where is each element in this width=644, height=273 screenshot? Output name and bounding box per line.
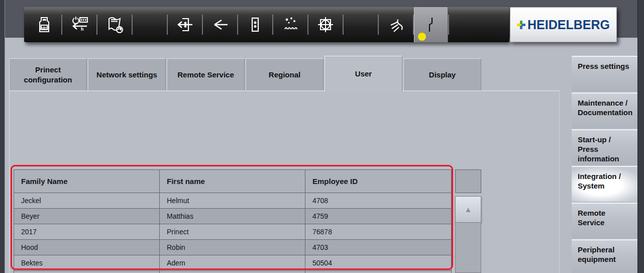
toolbar-separator (448, 15, 449, 35)
cell-employee-id: 76878 (305, 224, 451, 240)
window-left-edge (0, 0, 5, 273)
column-header-employee-id: Employee ID (305, 170, 451, 193)
tab-prinect-configuration[interactable]: Prinect configuration (9, 58, 87, 90)
ink-fountain-abc-icon: ABC (35, 15, 54, 34)
column-header-first-name: First name (160, 170, 305, 193)
table-row[interactable]: Jeckel Helmut 4708 (14, 193, 451, 209)
window-right-edge (637, 0, 644, 273)
table-row[interactable]: 2017 Prinect 76878 (14, 224, 451, 240)
cell-family-name: 2017 (14, 224, 160, 240)
column-header-family-name: Family Name (14, 170, 160, 193)
cell-employee-id: 50504 (305, 255, 451, 271)
cell-employee-id: 4759 (305, 209, 451, 224)
main-toolbar: ABC h (24, 7, 509, 42)
cell-employee-id: 4703 (305, 240, 451, 255)
washup-spray-button[interactable] (379, 7, 413, 42)
job-sheet-time-icon (105, 15, 124, 34)
table-row[interactable]: Hood Robin 4703 (14, 240, 451, 255)
tab-network-settings[interactable]: Network settings (88, 58, 166, 90)
cell-first-name: Prinect (160, 224, 305, 240)
sheet-infeed-button[interactable] (168, 7, 202, 42)
sheet-guide-icon (246, 15, 265, 34)
sidebar-item-maintenance[interactable]: Maintenance / Documentation (572, 93, 637, 128)
impression-switch-icon (421, 15, 441, 34)
cell-first-name: Robin (160, 240, 305, 255)
toolbar-empty-slot (133, 7, 167, 42)
powder-spray-icon (281, 15, 300, 34)
cell-first-name: Adem (160, 255, 305, 271)
svg-text:ABC: ABC (40, 26, 49, 30)
ink-fountain-abc-button[interactable]: ABC (27, 7, 61, 42)
arrow-left-icon (210, 15, 230, 34)
counter-reset-icon: h (70, 15, 89, 34)
job-sheet-time-button[interactable] (97, 7, 132, 42)
tab-remote-service[interactable]: Remote Service (167, 58, 245, 90)
tab-user[interactable]: User (325, 56, 402, 92)
scrollbar-header-spacer (455, 169, 481, 193)
table-header-row: Family Name First name Employee ID (14, 170, 451, 193)
svg-text:h: h (81, 27, 84, 32)
impression-switch-button[interactable] (414, 7, 448, 42)
sheet-infeed-icon (175, 15, 194, 34)
cell-family-name: Hood (14, 240, 160, 255)
user-table: Family Name First name Employee ID Jecke… (14, 169, 452, 273)
register-crosshair-button[interactable] (308, 7, 343, 42)
heidelberg-logo: HEIDELBERG (510, 7, 617, 42)
sidebar-item-integration[interactable]: Integration / System (572, 166, 637, 202)
scroll-up-button[interactable]: ▲ (455, 196, 481, 223)
sidebar-item-remote-service[interactable]: Remote Service (572, 203, 637, 238)
sidebar-item-press-settings[interactable]: Press settings (572, 56, 637, 92)
toolbar-empty-slot (344, 7, 378, 42)
register-crosshair-icon (316, 15, 335, 34)
cell-employee-id: 4708 (305, 193, 451, 209)
cell-first-name: Helmut (160, 193, 305, 209)
table-row[interactable]: Beyer Matthias 4759 (14, 209, 451, 224)
heidelberg-plus-icon (517, 21, 525, 29)
table-row-partial (14, 271, 451, 273)
cell-first-name: Matthias (160, 209, 305, 224)
tab-display[interactable]: Display (403, 58, 481, 90)
sidebar-item-peripheral[interactable]: Peripheral equipment (572, 239, 637, 273)
table-row[interactable]: Bektes Adem 50504 (14, 255, 451, 271)
counter-reset-button[interactable]: h (62, 7, 96, 42)
arrow-up-icon: ▲ (465, 205, 472, 214)
scrollbar-track[interactable] (455, 223, 481, 273)
cell-family-name: Beyer (14, 209, 160, 224)
powder-spray-button[interactable] (273, 7, 307, 42)
sidebar-item-startup[interactable]: Start-up / Press information (572, 129, 637, 165)
sheet-guide-button[interactable] (238, 7, 272, 42)
tab-regional[interactable]: Regional (246, 58, 324, 90)
washup-spray-icon (386, 15, 405, 34)
cell-family-name: Jeckel (14, 193, 160, 209)
cell-family-name: Bektes (14, 255, 160, 271)
heidelberg-logo-text: HEIDELBERG (527, 17, 610, 32)
arrow-left-button[interactable] (203, 7, 237, 42)
status-indicator-dot (418, 33, 426, 41)
